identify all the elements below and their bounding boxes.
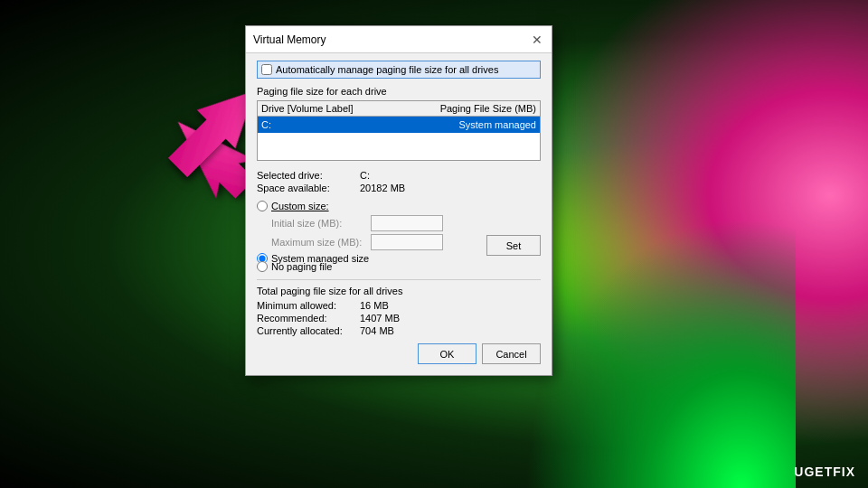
no-paging-row: No paging file	[257, 261, 541, 272]
watermark: UGETFIX	[794, 465, 855, 479]
currently-allocated-label: Currently allocated:	[257, 325, 356, 336]
custom-size-radio[interactable]	[257, 201, 268, 211]
totals-grid: Minimum allowed: 16 MB Recommended: 1407…	[257, 300, 541, 336]
recommended-label: Recommended:	[257, 313, 356, 324]
cancel-button[interactable]: Cancel	[482, 343, 541, 364]
total-section: Total paging file size for all drives Mi…	[257, 279, 541, 336]
selected-drive-value: C:	[360, 170, 541, 181]
radio-section: Custom size: Initial size (MB): Maximum …	[257, 201, 541, 272]
maximum-size-label: Maximum size (MB):	[271, 237, 371, 248]
drive-table: Drive [Volume Label] Paging File Size (M…	[257, 100, 541, 161]
paging-section-label: Paging file size for each drive	[257, 86, 541, 97]
drive-col-header: Drive [Volume Label]	[261, 103, 419, 114]
auto-manage-label: Automatically manage paging file size fo…	[276, 64, 498, 75]
button-row: OK Cancel	[257, 343, 541, 364]
initial-size-input[interactable]	[371, 215, 443, 231]
initial-size-row: Initial size (MB):	[271, 215, 541, 231]
selected-drive-label: Selected drive:	[257, 170, 356, 181]
space-available-label: Space available:	[257, 183, 356, 193]
custom-size-row: Custom size:	[257, 201, 541, 211]
ok-button[interactable]: OK	[418, 343, 476, 364]
minimum-label: Minimum allowed:	[257, 300, 356, 311]
total-title: Total paging file size for all drives	[257, 286, 541, 296]
drive-value: C:	[261, 119, 419, 130]
size-value: System managed	[419, 119, 536, 130]
size-col-header: Paging File Size (MB)	[419, 103, 536, 114]
set-button[interactable]: Set	[486, 235, 541, 256]
no-paging-radio[interactable]	[257, 261, 268, 272]
drive-table-row[interactable]: C: System managed	[258, 117, 540, 133]
dialog-titlebar: Virtual Memory ✕	[246, 26, 552, 53]
recommended-value: 1407 MB	[360, 313, 541, 324]
virtual-memory-dialog: Virtual Memory ✕ Automatically manage pa…	[245, 25, 552, 376]
dialog-content: Automatically manage paging file size fo…	[246, 53, 552, 375]
close-button[interactable]: ✕	[530, 33, 544, 46]
drive-info: Selected drive: C: Space available: 2018…	[257, 170, 541, 193]
background-green2	[524, 217, 796, 488]
currently-allocated-value: 704 MB	[360, 325, 541, 336]
drive-table-empty	[258, 133, 540, 160]
minimum-value: 16 MB	[360, 300, 541, 311]
custom-size-label: Custom size:	[271, 201, 329, 211]
initial-size-label: Initial size (MB):	[271, 218, 371, 229]
auto-manage-checkbox[interactable]	[261, 64, 272, 75]
space-available-value: 20182 MB	[360, 183, 541, 193]
auto-manage-row: Automatically manage paging file size fo…	[257, 61, 541, 79]
dialog-title: Virtual Memory	[253, 33, 326, 46]
no-paging-label: No paging file	[271, 261, 332, 272]
drive-table-header: Drive [Volume Label] Paging File Size (M…	[258, 101, 540, 117]
maximum-size-input[interactable]	[371, 234, 443, 250]
